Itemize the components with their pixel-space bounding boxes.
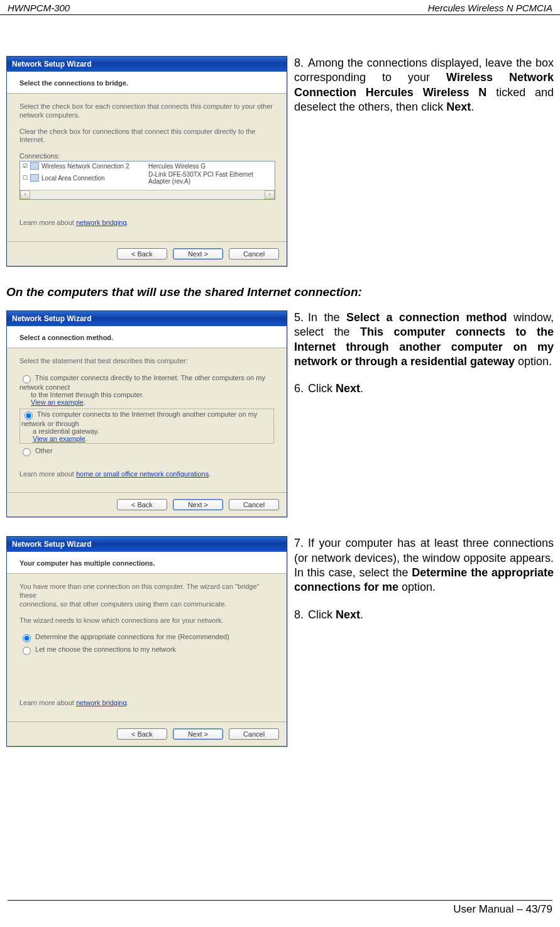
adapter-icon xyxy=(30,174,39,182)
instruction-step: 8.Among the connections displayed, leave… xyxy=(294,56,554,115)
wizard-title: Network Setup Wizard xyxy=(7,57,287,72)
list-item[interactable]: ☑ Wireless Network Connection 2 Hercules… xyxy=(20,162,275,170)
radio-label: Other xyxy=(35,446,53,454)
next-button[interactable]: Next > xyxy=(173,499,223,510)
radio-option-direct[interactable]: This computer connects directly to the I… xyxy=(19,373,274,406)
network-config-link[interactable]: home or small office network configurati… xyxy=(76,470,209,478)
scrollbar[interactable]: ‹ › xyxy=(20,190,275,199)
wizard-title: Network Setup Wizard xyxy=(7,311,287,326)
wizard-bridge-connections: Network Setup Wizard Select the connecti… xyxy=(6,56,287,266)
wizard-heading: Your computer has multiple connections. xyxy=(19,559,274,567)
page-footer: User Manual – 43/79 xyxy=(8,900,552,916)
radio-input[interactable] xyxy=(23,634,31,642)
radio-label: This computer connects directly to the I… xyxy=(19,373,265,390)
next-button[interactable]: Next > xyxy=(173,248,223,260)
learn-more-prefix: Learn more about xyxy=(19,699,76,706)
header-left: HWNPCM-300 xyxy=(8,3,70,13)
list-item[interactable]: ☐ Local Area Connection D-Link DFE-530TX… xyxy=(20,170,275,185)
connections-label: Connections: xyxy=(19,152,274,160)
conn-name: Wireless Network Connection 2 xyxy=(41,163,148,170)
conn-device: Hercules Wireless G xyxy=(148,163,272,170)
learn-more-prefix: Learn more about xyxy=(19,470,76,478)
cancel-button[interactable]: Cancel xyxy=(229,248,279,260)
network-bridging-link[interactable]: network bridging xyxy=(76,219,127,226)
connections-listbox[interactable]: ☑ Wireless Network Connection 2 Hercules… xyxy=(19,161,275,200)
header-right: Hercules Wireless N PCMCIA xyxy=(428,3,552,13)
radio-label: Let me choose the connections to my netw… xyxy=(35,645,176,653)
conn-name: Local Area Connection xyxy=(41,175,148,182)
radio-option-other[interactable]: Other xyxy=(19,446,274,456)
step-text: Click Next. xyxy=(308,382,363,395)
checkbox-checked-icon[interactable]: ☑ xyxy=(23,163,28,169)
instruction-step: 6.Click Next. xyxy=(294,381,554,396)
back-button[interactable]: < Back xyxy=(117,248,167,260)
radio-label: This computer connects to the Internet t… xyxy=(21,410,257,427)
scroll-left-icon[interactable]: ‹ xyxy=(20,190,30,199)
radio-input[interactable] xyxy=(25,412,33,420)
network-bridging-link[interactable]: network bridging xyxy=(76,699,127,706)
radio-option-choose[interactable]: Let me choose the connections to my netw… xyxy=(19,645,274,655)
wizard-instruction: You have more than one connection on thi… xyxy=(19,583,274,608)
radio-label-cont: a residential gateway. xyxy=(33,427,99,435)
radio-option-determine[interactable]: Determine the appropriate connections fo… xyxy=(19,632,274,642)
wizard-multiple-connections: Network Setup Wizard Your computer has m… xyxy=(6,536,287,747)
instruction-step: 5.In the Select a connection method wind… xyxy=(294,310,554,370)
radio-input[interactable] xyxy=(23,448,31,456)
step-text: Among the connections displayed, leave t… xyxy=(294,57,554,113)
step-text: Click Next. xyxy=(308,608,363,621)
wizard-instruction: The wizard needs to know which connectio… xyxy=(19,617,274,625)
step-text: In the Select a connection method window… xyxy=(294,311,554,368)
wizard-instruction: Select the check box for each connection… xyxy=(19,102,274,120)
wizard-instruction: Select the statement that best describes… xyxy=(19,357,274,366)
view-example-link[interactable]: View an example xyxy=(33,435,85,442)
learn-more-prefix: Learn more about xyxy=(19,219,76,226)
radio-input[interactable] xyxy=(23,375,31,383)
wizard-heading: Select the connections to bridge. xyxy=(19,79,274,87)
step-text: If your computer has at least three conn… xyxy=(294,537,554,593)
back-button[interactable]: < Back xyxy=(117,499,167,510)
wizard-heading: Select a connection method. xyxy=(19,334,274,341)
view-example-link[interactable]: View an example xyxy=(31,398,84,406)
wizard-select-connection-method: Network Setup Wizard Select a connection… xyxy=(6,310,287,518)
adapter-icon xyxy=(30,162,39,170)
radio-label-cont: to the Internet through this computer. xyxy=(31,391,144,398)
radio-label: Determine the appropriate connections fo… xyxy=(35,633,229,640)
radio-option-gateway[interactable]: This computer connects to the Internet t… xyxy=(19,409,274,444)
wizard-title: Network Setup Wizard xyxy=(7,537,287,552)
wizard-instruction: Clear the check box for connections that… xyxy=(19,128,274,145)
page-header: HWNPCM-300 Hercules Wireless N PCMCIA xyxy=(0,0,560,15)
radio-input[interactable] xyxy=(23,647,31,655)
cancel-button[interactable]: Cancel xyxy=(229,728,279,740)
cancel-button[interactable]: Cancel xyxy=(229,499,279,510)
checkbox-unchecked-icon[interactable]: ☐ xyxy=(23,175,28,181)
section-heading: On the computers that will use the share… xyxy=(6,285,554,299)
scroll-right-icon[interactable]: › xyxy=(265,190,275,199)
conn-device: D-Link DFE-530TX PCI Fast Ethernet Adapt… xyxy=(148,171,272,185)
instruction-step: 8.Click Next. xyxy=(294,608,554,622)
next-button[interactable]: Next > xyxy=(173,728,223,740)
instruction-step: 7.If your computer has at least three co… xyxy=(294,536,554,595)
back-button[interactable]: < Back xyxy=(117,728,167,740)
